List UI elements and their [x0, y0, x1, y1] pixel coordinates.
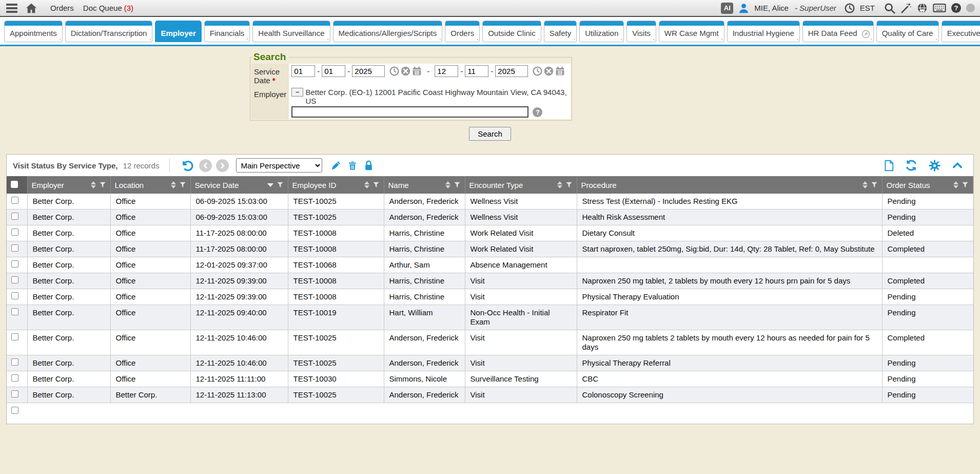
- column-header-location[interactable]: Location: [110, 176, 190, 194]
- row-checkbox[interactable]: [11, 333, 18, 340]
- to-clear-icon[interactable]: [544, 66, 554, 76]
- tab-appointments[interactable]: Appointments: [4, 21, 63, 42]
- to-month-input[interactable]: [435, 65, 458, 77]
- table-row[interactable]: Better Corp.Office11-17-2025 08:00:00TES…: [7, 225, 973, 241]
- from-time-icon[interactable]: [389, 66, 399, 76]
- settings-gear-icon[interactable]: [928, 159, 942, 173]
- table-row[interactable]: Better Corp.Office12-11-2025 09:39:00TES…: [7, 273, 973, 289]
- sort-icon[interactable]: [863, 181, 868, 188]
- column-header-encounter_type[interactable]: Encounter Type: [465, 176, 577, 194]
- filter-funnel-icon[interactable]: [277, 181, 284, 188]
- breadcrumb-doc-queue[interactable]: Doc Queue(3): [83, 4, 133, 12]
- sort-icon[interactable]: [557, 181, 562, 188]
- column-header-employee_id[interactable]: Employee ID: [288, 176, 384, 194]
- export-document-icon[interactable]: [883, 159, 895, 173]
- tab-orders[interactable]: Orders: [445, 21, 480, 42]
- from-day-input[interactable]: [322, 65, 345, 77]
- tab-industrial-hygiene[interactable]: Industrial Hygiene: [727, 21, 800, 42]
- from-year-input[interactable]: [352, 65, 385, 77]
- employer-search-input[interactable]: [291, 106, 528, 118]
- ai-badge[interactable]: AI: [721, 3, 733, 14]
- column-header-name[interactable]: Name: [384, 176, 465, 194]
- row-checkbox[interactable]: [11, 292, 18, 299]
- row-checkbox[interactable]: [11, 374, 18, 382]
- tab-dictation-transcription[interactable]: Dictation/Transcription: [65, 21, 153, 42]
- refresh-icon[interactable]: [904, 158, 918, 173]
- previous-icon[interactable]: [199, 159, 212, 172]
- tab-medications-allergies-scripts[interactable]: Medications/Allergies/Scripts: [333, 21, 443, 42]
- column-header-service_date[interactable]: Service Date: [190, 176, 288, 194]
- row-checkbox[interactable]: [11, 358, 18, 366]
- tab-outside-clinic[interactable]: Outside Clinic: [482, 21, 541, 42]
- breadcrumb-orders[interactable]: Orders: [50, 4, 74, 12]
- row-checkbox[interactable]: [11, 276, 18, 283]
- column-header-employer[interactable]: Employer: [27, 176, 110, 194]
- filter-funnel-icon[interactable]: [962, 181, 969, 188]
- tab-visits[interactable]: Visits: [626, 21, 656, 42]
- table-row[interactable]: Better Corp.Office06-09-2025 15:03:00TES…: [7, 194, 973, 210]
- wand-icon[interactable]: [900, 3, 912, 14]
- table-row[interactable]: Better Corp.Office12-11-2025 11:11:00TES…: [7, 371, 973, 387]
- filter-funnel-icon[interactable]: [373, 181, 380, 188]
- from-clear-icon[interactable]: [401, 66, 410, 76]
- table-row[interactable]: Better Corp.Office12-11-2025 10:46:00TES…: [7, 330, 973, 355]
- tab-wr-case-mgmt[interactable]: WR Case Mgmt: [659, 21, 724, 42]
- employer-remove-button[interactable]: −: [291, 88, 303, 97]
- tab-hr-data-feed[interactable]: HR Data Feed: [802, 21, 874, 42]
- sort-icon[interactable]: [91, 181, 96, 188]
- next-icon[interactable]: [216, 159, 229, 172]
- to-day-input[interactable]: [465, 65, 488, 77]
- sort-icon[interactable]: [364, 181, 369, 188]
- tab-safety[interactable]: Safety: [544, 21, 577, 42]
- tab-quality-of-care[interactable]: Quality of Care: [876, 21, 939, 42]
- sort-icon[interactable]: [267, 183, 273, 187]
- select-all-checkbox[interactable]: [11, 181, 18, 188]
- filter-funnel-icon[interactable]: [99, 181, 106, 188]
- column-header-order_status[interactable]: Order Status: [882, 176, 973, 194]
- table-row[interactable]: Better Corp.Office12-01-2025 09:37:00TES…: [7, 257, 973, 273]
- tab-employer[interactable]: Employer: [155, 21, 201, 42]
- edit-perspective-icon[interactable]: [329, 159, 342, 172]
- table-row[interactable]: Better Corp.Office12-11-2025 09:40:00TES…: [7, 305, 973, 330]
- tab-executive-dashboard[interactable]: Executive Dashboard: [942, 21, 980, 42]
- from-month-input[interactable]: [291, 65, 315, 77]
- phone-globe-icon[interactable]: [917, 3, 928, 13]
- filter-funnel-icon[interactable]: [179, 181, 186, 188]
- perspective-select[interactable]: Main Perspective: [236, 158, 322, 173]
- tab-utilization[interactable]: Utilization: [579, 21, 624, 42]
- table-row[interactable]: Better Corp.Office12-11-2025 10:46:00TES…: [7, 355, 973, 371]
- row-checkbox[interactable]: [11, 197, 18, 204]
- table-row[interactable]: Better Corp.Office11-17-2025 08:00:00TES…: [7, 241, 973, 257]
- footer-checkbox[interactable]: [11, 407, 18, 414]
- filter-funnel-icon[interactable]: [454, 181, 461, 188]
- sort-icon[interactable]: [953, 181, 958, 188]
- table-row[interactable]: Better Corp.Office12-11-2025 09:39:00TES…: [7, 289, 973, 305]
- row-checkbox[interactable]: [11, 244, 18, 252]
- select-all-header[interactable]: [7, 176, 27, 194]
- filter-funnel-icon[interactable]: [871, 181, 878, 188]
- row-checkbox[interactable]: [11, 260, 18, 268]
- filter-funnel-icon[interactable]: [565, 181, 573, 188]
- lock-icon[interactable]: [363, 159, 375, 172]
- from-calendar-icon[interactable]: [412, 66, 422, 76]
- row-checkbox[interactable]: [11, 213, 18, 220]
- employer-help-icon[interactable]: ?: [533, 107, 542, 117]
- column-header-procedure[interactable]: Procedure: [577, 176, 882, 194]
- home-icon[interactable]: [26, 3, 37, 14]
- collapse-icon[interactable]: [951, 160, 964, 171]
- row-checkbox[interactable]: [11, 229, 18, 236]
- sort-icon[interactable]: [445, 181, 450, 188]
- to-year-input[interactable]: [495, 65, 528, 77]
- user-icon[interactable]: [738, 3, 749, 13]
- undo-icon[interactable]: [180, 158, 195, 173]
- tab-health-surveillance[interactable]: Health Surveillance: [252, 21, 330, 42]
- table-row[interactable]: Better Corp.Office06-09-2025 15:03:00TES…: [7, 210, 973, 225]
- delete-perspective-icon[interactable]: [346, 159, 359, 172]
- help-icon[interactable]: ?: [951, 3, 961, 13]
- row-checkbox[interactable]: [11, 390, 18, 397]
- table-row[interactable]: Better Corp.Better Corp.12-11-2025 11:13…: [7, 387, 973, 403]
- to-time-icon[interactable]: [533, 66, 542, 76]
- keyboard-icon[interactable]: [933, 3, 946, 13]
- search-icon[interactable]: [884, 3, 895, 14]
- menu-icon[interactable]: [5, 2, 18, 14]
